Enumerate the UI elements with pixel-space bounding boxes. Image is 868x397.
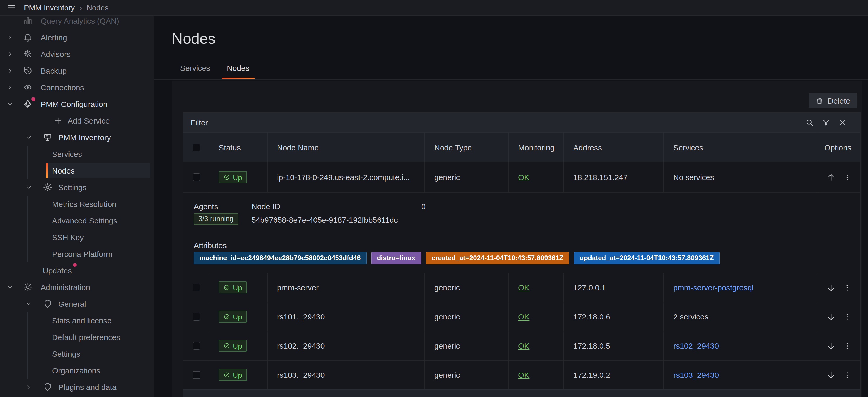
kebab-menu-icon[interactable] bbox=[843, 173, 851, 181]
select-all-checkbox[interactable] bbox=[193, 143, 200, 151]
column-header-address[interactable]: Address bbox=[564, 133, 664, 162]
row-select-cell bbox=[183, 331, 209, 360]
sidebar-item-pmm-inventory[interactable]: PMM Inventory bbox=[0, 129, 154, 146]
row-select-cell bbox=[183, 302, 209, 331]
check-circle-icon bbox=[223, 371, 230, 378]
service-link[interactable]: pmm-server-postgresql bbox=[673, 283, 753, 292]
node-name-cell: ip-10-178-0-249.us-east-2.compute.i... bbox=[268, 162, 425, 192]
column-header-services[interactable]: Services bbox=[664, 133, 817, 162]
tab-bar: ServicesNodes bbox=[172, 56, 258, 79]
expand-row-icon[interactable] bbox=[826, 283, 836, 292]
expand-row-icon[interactable] bbox=[826, 370, 836, 379]
sidebar-item-alerting[interactable]: Alerting bbox=[0, 29, 154, 46]
tab-services[interactable]: Services bbox=[172, 56, 218, 79]
table-row-ip-10-178-0-249-us-east-2-compute-i: Upip-10-178-0-249.us-east-2.compute.i...… bbox=[183, 162, 860, 192]
breadcrumb-item-pmm-inventory[interactable]: PMM Inventory bbox=[24, 3, 75, 12]
sidebar-item-advanced-settings[interactable]: Advanced Settings bbox=[0, 212, 154, 229]
sidebar-item-connections[interactable]: Connections bbox=[0, 79, 154, 96]
sidebar-item-administration[interactable]: Administration bbox=[0, 279, 154, 296]
sidebar-item-percona-platform[interactable]: Percona Platform bbox=[0, 245, 154, 262]
row-checkbox[interactable] bbox=[193, 371, 200, 379]
filter-actions bbox=[805, 118, 854, 127]
breadcrumb-separator-icon: › bbox=[80, 4, 82, 11]
service-link[interactable]: rs103_29430 bbox=[673, 370, 719, 379]
services-cell: pmm-server-postgresql bbox=[664, 273, 817, 302]
monitoring-ok-link[interactable]: OK bbox=[518, 341, 529, 350]
kebab-menu-icon[interactable] bbox=[843, 283, 851, 292]
row-checkbox[interactable] bbox=[193, 284, 200, 291]
sidebar-item-organizations[interactable]: Organizations bbox=[0, 362, 154, 379]
row-checkbox[interactable] bbox=[193, 313, 200, 321]
table-row-rs103-29430: Uprs103._29430genericOK172.19.0.2rs103_2… bbox=[183, 360, 860, 389]
chevron-right-icon bbox=[25, 384, 32, 391]
filter-funnel-icon[interactable] bbox=[822, 118, 831, 127]
row-checkbox[interactable] bbox=[193, 173, 200, 181]
monitoring-ok-link[interactable]: OK bbox=[518, 173, 529, 181]
sidebar-item-metrics-resolution[interactable]: Metrics Resolution bbox=[0, 196, 154, 212]
services-cell: rs103_29430 bbox=[664, 361, 817, 389]
row-checkbox[interactable] bbox=[193, 342, 200, 350]
column-header-node-type[interactable]: Node Type bbox=[425, 133, 509, 162]
sidebar-item-ssh-key[interactable]: SSH Key bbox=[0, 229, 154, 245]
sidebar-item-settings[interactable]: Settings bbox=[0, 345, 154, 362]
status-badge: Up bbox=[219, 369, 247, 381]
kebab-menu-icon[interactable] bbox=[843, 312, 851, 321]
sidebar-item-label: Connections bbox=[41, 83, 84, 92]
monitoring-cell: OK bbox=[509, 302, 564, 331]
expand-row-icon[interactable] bbox=[826, 312, 836, 321]
chevron-down-icon bbox=[6, 284, 13, 291]
sidebar-item-services[interactable]: Services bbox=[0, 146, 154, 162]
agents-running-badge[interactable]: 3/3 running bbox=[194, 213, 238, 225]
monitoring-ok-link[interactable]: OK bbox=[518, 283, 529, 292]
sidebar-item-general[interactable]: General bbox=[0, 296, 154, 312]
sidebar-item-backup[interactable]: Backup bbox=[0, 62, 154, 79]
column-header-monitoring[interactable]: Monitoring bbox=[509, 133, 564, 162]
column-header-node-name[interactable]: Node Name bbox=[268, 133, 425, 162]
sidebar-item-updates[interactable]: Updates bbox=[0, 262, 154, 279]
row-select-cell bbox=[183, 361, 209, 389]
sidebar-item-query-analytics-qan[interactable]: Query Analytics (QAN) bbox=[0, 15, 154, 29]
advisor-icon bbox=[23, 49, 33, 59]
monitoring-ok-link[interactable]: OK bbox=[518, 370, 529, 379]
options-cell bbox=[817, 273, 860, 302]
address-cell: 127.0.0.1 bbox=[564, 273, 664, 302]
node-type-cell: generic bbox=[425, 331, 509, 360]
column-header-options[interactable]: Options bbox=[817, 133, 860, 162]
expand-row-icon[interactable] bbox=[826, 341, 836, 351]
sidebar-item-stats-and-license[interactable]: Stats and license bbox=[0, 312, 154, 329]
sidebar-item-label: Services bbox=[52, 150, 82, 159]
kebab-menu-icon[interactable] bbox=[843, 341, 851, 350]
node-id-value: 54b97658-8e7e-405e-9187-192fbb5611dc bbox=[251, 216, 398, 224]
node-details-panel: AgentsNode ID03/3 running54b97658-8e7e-4… bbox=[183, 192, 860, 273]
sidebar: Query Analytics (QAN)AlertingAdvisorsBac… bbox=[0, 15, 154, 397]
sidebar-item-add-service[interactable]: Add Service bbox=[0, 112, 154, 129]
collapse-row-icon[interactable] bbox=[826, 172, 836, 182]
tab-nodes[interactable]: Nodes bbox=[218, 56, 258, 79]
sidebar-item-label: Advanced Settings bbox=[52, 216, 117, 225]
clear-filter-icon[interactable] bbox=[838, 118, 847, 127]
attribute-badge: machine_id=ec2498494ee28b79c58002c0453df… bbox=[194, 252, 366, 264]
service-link[interactable]: rs102_29430 bbox=[673, 341, 719, 350]
monitoring-cell: OK bbox=[509, 162, 564, 192]
sidebar-item-label: Metrics Resolution bbox=[52, 200, 116, 208]
monitoring-ok-link[interactable]: OK bbox=[518, 312, 529, 321]
sidebar-item-settings[interactable]: Settings bbox=[0, 179, 154, 196]
column-header-status[interactable]: Status bbox=[209, 133, 268, 162]
sidebar-item-default-preferences[interactable]: Default preferences bbox=[0, 329, 154, 345]
top-bar: PMM Inventory › Nodes bbox=[0, 0, 868, 15]
sidebar-item-label: SSH Key bbox=[52, 233, 84, 242]
kebab-menu-icon[interactable] bbox=[843, 371, 851, 379]
sidebar-item-advisors[interactable]: Advisors bbox=[0, 46, 154, 62]
table-row-rs102-29430: Uprs102._29430genericOK172.18.0.5rs102_2… bbox=[183, 331, 860, 360]
tab-label: Services bbox=[180, 63, 210, 72]
sidebar-item-plugins-and-data[interactable]: Plugins and data bbox=[0, 379, 154, 395]
address-cell: 172.19.0.2 bbox=[564, 361, 664, 389]
search-icon[interactable] bbox=[805, 118, 814, 127]
attribute-badge: distro=linux bbox=[371, 252, 421, 264]
history-icon bbox=[23, 66, 33, 76]
menu-toggle-button[interactable] bbox=[6, 2, 17, 13]
sidebar-item-nodes[interactable]: Nodes bbox=[0, 162, 154, 179]
monitoring-cell: OK bbox=[509, 273, 564, 302]
sidebar-item-pmm-configuration[interactable]: PMM Configuration bbox=[0, 96, 154, 112]
delete-button[interactable]: Delete bbox=[808, 93, 857, 108]
